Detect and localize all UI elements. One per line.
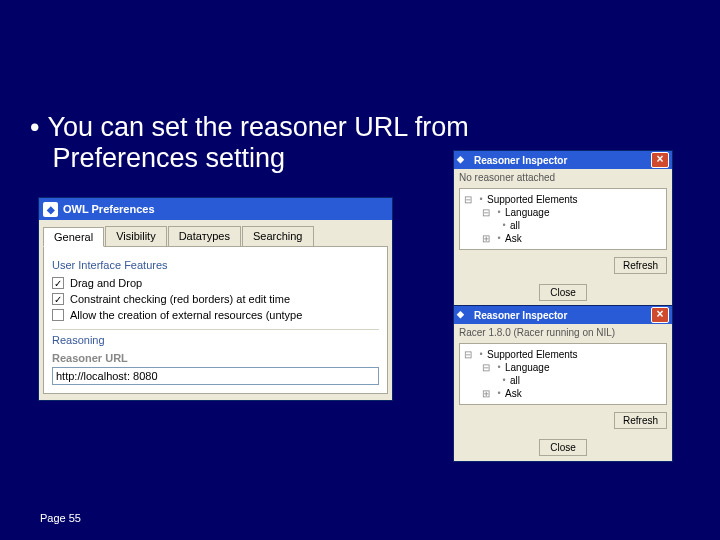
inspector1-tree[interactable]: ⊟•Supported Elements ⊟•Language •all ⊞•A… <box>459 188 667 250</box>
constraint-label: Constraint checking (red borders) at edi… <box>70 293 290 305</box>
owl-title: OWL Preferences <box>63 203 155 215</box>
constraint-row: ✓ Constraint checking (red borders) at e… <box>52 293 379 305</box>
insp1-child2: all <box>510 219 520 232</box>
tree-expander-icon[interactable]: ⊟ <box>482 206 492 219</box>
reasoning-label: Reasoning <box>52 334 379 346</box>
bullet-line2: Preferences setting <box>53 143 286 173</box>
inspector1-button-row: Refresh <box>454 252 672 279</box>
insp2-child1: Language <box>505 361 550 374</box>
inspector1-subtitle: No reasoner attached <box>454 169 672 186</box>
inspector1-refresh-button[interactable]: Refresh <box>614 257 667 274</box>
slide-bullet: •You can set the reasoner URL from Prefe… <box>30 112 469 174</box>
drag-drop-label: Drag and Drop <box>70 277 142 289</box>
constraint-checkbox[interactable]: ✓ <box>52 293 64 305</box>
inspector2-button-row: Refresh <box>454 407 672 434</box>
tab-general[interactable]: General <box>43 227 104 247</box>
inspector2-title: Reasoner Inspector <box>474 310 567 321</box>
owl-app-icon: ◆ <box>43 202 58 217</box>
tree-expander-icon[interactable]: ⊟ <box>482 361 492 374</box>
owl-tabs: General Visibility Datатypes Searching <box>39 220 392 246</box>
drag-drop-row: ✓ Drag and Drop <box>52 277 379 289</box>
external-label: Allow the creation of external resources… <box>70 309 302 321</box>
inspector2-close-row: Close <box>454 434 672 461</box>
page-number: Page 55 <box>40 512 81 524</box>
inspector2-subtitle: Racer 1.8.0 (Racer running on NIL) <box>454 324 672 341</box>
owl-preferences-window: ◆ OWL Preferences General Visibility Dat… <box>38 197 393 401</box>
tree-expander-icon[interactable]: ⊟ <box>464 348 474 361</box>
inspector2-close-button2[interactable]: Close <box>539 439 587 456</box>
insp1-root: Supported Elements <box>487 193 578 206</box>
insp1-child1: Language <box>505 206 550 219</box>
inspector1-title: Reasoner Inspector <box>474 155 567 166</box>
inspector1-close-button[interactable]: × <box>651 152 669 168</box>
inspector1-titlebar[interactable]: ◆ Reasoner Inspector × <box>454 151 672 169</box>
external-checkbox[interactable] <box>52 309 64 321</box>
insp2-root: Supported Elements <box>487 348 578 361</box>
tab-searching[interactable]: Searching <box>242 226 314 246</box>
bullet-line1: You can set the reasoner URL from <box>47 112 468 142</box>
drag-drop-checkbox[interactable]: ✓ <box>52 277 64 289</box>
reasoner-inspector-1: ◆ Reasoner Inspector × No reasoner attac… <box>453 150 673 307</box>
insp1-child3: Ask <box>505 232 522 245</box>
reasoner-url-input[interactable] <box>52 367 379 385</box>
insp2-child2: all <box>510 374 520 387</box>
tree-expander-icon[interactable]: ⊞ <box>482 232 492 245</box>
reasoner-url-label: Reasoner URL <box>52 352 379 364</box>
owl-titlebar[interactable]: ◆ OWL Preferences <box>39 198 392 220</box>
tree-expander-icon[interactable]: ⊞ <box>482 387 492 400</box>
ui-features-label: User Interface Features <box>52 259 379 271</box>
tree-expander-icon[interactable]: ⊟ <box>464 193 474 206</box>
inspector1-close-button2[interactable]: Close <box>539 284 587 301</box>
bullet-dot: • <box>30 112 39 142</box>
inspector2-tree[interactable]: ⊟•Supported Elements ⊟•Language •all ⊞•A… <box>459 343 667 405</box>
insp2-child3: Ask <box>505 387 522 400</box>
tab-datatypes[interactable]: Datатypes <box>168 226 241 246</box>
external-row: Allow the creation of external resources… <box>52 309 379 321</box>
inspector2-app-icon: ◆ <box>457 309 470 322</box>
divider <box>52 329 379 330</box>
owl-tab-body: User Interface Features ✓ Drag and Drop … <box>43 246 388 394</box>
inspector1-close-row: Close <box>454 279 672 306</box>
inspector2-titlebar[interactable]: ◆ Reasoner Inspector × <box>454 306 672 324</box>
inspector1-app-icon: ◆ <box>457 154 470 167</box>
inspector2-close-button[interactable]: × <box>651 307 669 323</box>
inspector2-refresh-button[interactable]: Refresh <box>614 412 667 429</box>
tab-visibility[interactable]: Visibility <box>105 226 167 246</box>
reasoner-inspector-2: ◆ Reasoner Inspector × Racer 1.8.0 (Race… <box>453 305 673 462</box>
